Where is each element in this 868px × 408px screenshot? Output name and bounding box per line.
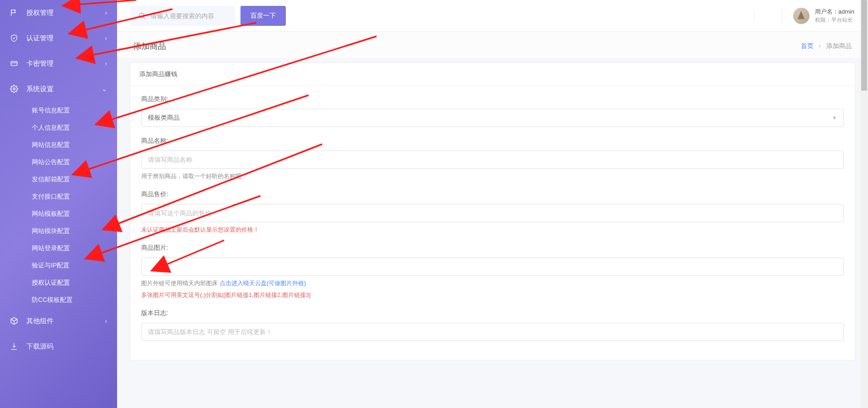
sidebar-submenu: 账号信息配置 个人信息配置 网站信息配置 网站公告配置 发信邮箱配置 支付接口配… (0, 102, 117, 308)
card-icon (10, 59, 18, 68)
field-log: 版本日志: (141, 309, 844, 341)
sidebar-sub-site-notice[interactable]: 网站公告配置 (0, 153, 117, 170)
sidebar-sub-personal[interactable]: 个人信息配置 (0, 119, 117, 136)
main-area: 百度一下 用户名：admin 权限：平台站长 添加商品 首页 › (117, 0, 868, 408)
chevron-right-icon: › (105, 60, 107, 67)
chevron-right-icon: › (105, 317, 107, 325)
sidebar-label: 认证管理 (26, 34, 105, 43)
sidebar-sub-site-info[interactable]: 网站信息配置 (0, 136, 117, 153)
sidebar-item-other-components[interactable]: 其他组件 › (0, 308, 117, 334)
svg-point-2 (139, 13, 144, 18)
chevron-right-icon: › (105, 34, 107, 42)
help-image-1: 图片外链可使用晴天内部图床 点击进入晴天云盘(可做图片外链) (141, 279, 844, 287)
sidebar-sub-auth-cert[interactable]: 授权认证配置 (0, 274, 117, 291)
field-category: 商品类别: 模板类商品 ▼ (141, 95, 844, 127)
breadcrumb: 首页 › 添加商品 (801, 42, 852, 50)
sidebar-sub-payment[interactable]: 支付接口配置 (0, 188, 117, 205)
user-info[interactable]: 用户名：admin 权限：平台站长 (782, 7, 854, 24)
sidebar-label: 下载源码 (26, 342, 107, 351)
sidebar-label: 卡密管理 (26, 59, 105, 68)
sidebar-sub-login[interactable]: 网站登录配置 (0, 239, 117, 257)
sidebar-item-cert-manage[interactable]: 认证管理 › (0, 25, 117, 51)
input-log[interactable] (141, 323, 844, 341)
chevron-right-icon: › (105, 9, 107, 16)
sidebar-label: 授权管理 (26, 9, 105, 17)
sidebar-sub-template[interactable]: 网站模板配置 (0, 205, 117, 222)
sidebar-item-auth-manage[interactable]: 授权管理 › (0, 0, 117, 25)
breadcrumb-current: 添加商品 (826, 42, 852, 49)
username: admin (839, 8, 854, 15)
username-label: 用户名： (815, 8, 839, 15)
flag-icon (10, 9, 18, 17)
field-price: 商品售价: 未认证商品上架后会默认显示您设置的价格！ (141, 190, 844, 234)
breadcrumb-home[interactable]: 首页 (801, 42, 814, 49)
role-label: 权限： (815, 17, 831, 23)
sidebar-item-card-manage[interactable]: 卡密管理 › (0, 51, 117, 76)
caret-down-icon: ▼ (832, 115, 837, 121)
cube-icon (10, 317, 18, 325)
sidebar-sub-cc[interactable]: 防CC模板配置 (0, 291, 117, 308)
input-name[interactable] (141, 151, 844, 169)
search-icon (138, 12, 146, 20)
link-cloud-disk[interactable]: 点击进入晴天云盘(可做图片外链) (220, 280, 306, 287)
label-image: 商品图片: (141, 244, 844, 252)
label-price: 商品售价: (141, 190, 844, 199)
sidebar-item-system-settings[interactable]: 系统设置 ⌄ (0, 76, 117, 102)
page-title: 添加商品 (133, 41, 166, 52)
label-name: 商品名称: (141, 137, 844, 145)
form-card: 添加商品赚钱 商品类别: 模板类商品 ▼ 商品名称: 用于辨别商品，请取一个好听… (130, 63, 855, 360)
sidebar-sub-account[interactable]: 账号信息配置 (0, 102, 117, 119)
field-image: 商品图片: 图片外链可使用晴天内部图床 点击进入晴天云盘(可做图片外链) 多张图… (141, 244, 844, 299)
user-role: 平台站长 (831, 17, 853, 23)
page-head: 添加商品 首页 › 添加商品 (117, 32, 868, 58)
header: 百度一下 用户名：admin 权限：平台站长 (117, 0, 868, 32)
search-button[interactable]: 百度一下 (240, 6, 286, 26)
chevron-down-icon: ⌄ (102, 85, 107, 92)
search-box[interactable] (131, 6, 235, 26)
download-icon (10, 342, 18, 350)
svg-point-1 (13, 88, 15, 90)
label-log: 版本日志: (141, 309, 844, 317)
sidebar-label: 其他组件 (26, 317, 105, 325)
search-input[interactable] (151, 12, 228, 19)
sidebar-sub-verify-ip[interactable]: 验证与IP配置 (0, 257, 117, 274)
help-image-2: 多张图片可用英文逗号(,)分割如[图片链接1,图片链接2,图片链接3] (141, 291, 844, 299)
scrollbar[interactable] (860, 0, 868, 408)
sidebar-item-download-source[interactable]: 下载源码 (0, 334, 117, 359)
card-title: 添加商品赚钱 (130, 63, 855, 86)
label-category: 商品类别: (141, 95, 844, 103)
help-price: 未认证商品上架后会默认显示您设置的价格！ (141, 226, 844, 234)
fullscreen-icon[interactable] (754, 11, 768, 20)
help-name: 用于辨别商品，请取一个好听的名称吧 (141, 172, 844, 180)
sidebar-sub-module[interactable]: 网站模块配置 (0, 222, 117, 239)
sidebar-label: 系统设置 (26, 85, 102, 93)
input-image[interactable] (141, 257, 844, 276)
avatar (793, 8, 809, 24)
sidebar: 授权管理 › 认证管理 › 卡密管理 › 系统设置 ⌄ 账号信息配置 个 (0, 0, 117, 408)
svg-rect-0 (11, 62, 17, 66)
gear-icon (10, 85, 18, 93)
shield-icon (10, 34, 18, 42)
sidebar-sub-mail[interactable]: 发信邮箱配置 (0, 170, 117, 188)
select-category[interactable]: 模板类商品 ▼ (141, 109, 844, 127)
field-name: 商品名称: 用于辨别商品，请取一个好听的名称吧 (141, 137, 844, 180)
input-price[interactable] (141, 204, 844, 222)
